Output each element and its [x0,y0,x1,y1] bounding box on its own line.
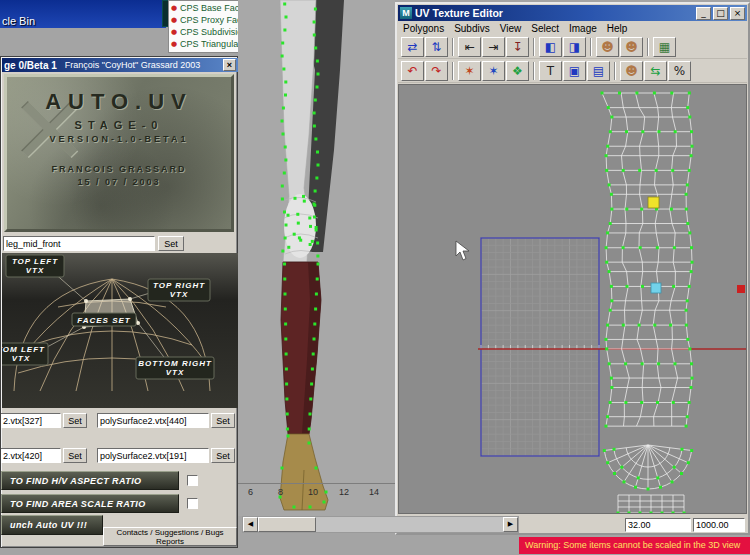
set-name-button[interactable]: Set [158,236,184,251]
move-shell-left-icon[interactable]: ◧ [539,37,562,57]
uv-canvas[interactable] [398,84,747,514]
grid-axis-number: 8 [278,487,283,497]
label-faces-set: FACES SET [72,313,136,326]
uv-snapshot-alt-icon[interactable]: ☻ [620,37,643,57]
align-top-icon[interactable]: T [539,61,562,81]
uv-toolbar-row2: ↶↷✶✶❖T▣▤☻⇆% [398,59,747,83]
flip-u-icon[interactable]: ⇄ [401,37,424,57]
rotate-ccw-icon[interactable]: ↶ [401,61,424,81]
set-top-right-vtx-button[interactable]: Set [211,413,235,428]
toolbar-separator [590,38,592,56]
uv-value-field-2[interactable] [693,518,745,532]
uv-set-name-field[interactable] [3,236,155,251]
layout-h-icon[interactable]: ▣ [563,61,586,81]
ratio-icon[interactable]: % [668,61,691,81]
set-bottom-left-vtx-button[interactable]: Set [63,448,87,463]
scroll-right-button[interactable]: ▶ [503,517,518,532]
toolbar-separator [452,62,454,80]
scroll-left-button[interactable]: ◀ [243,517,258,532]
cut-uv-icon[interactable]: ✶ [458,61,481,81]
leg-model-svg [238,0,395,516]
warning-statusbar: Warning: Some items cannot be scaled in … [519,537,750,554]
toolbar-separator [452,38,454,56]
window-title: UV Texture Editor [415,7,694,19]
menu-select[interactable]: Select [531,23,559,34]
move-shell-right-icon[interactable]: ◨ [563,37,586,57]
launch-autouv-button[interactable]: unch Auto UV !!! [1,515,103,535]
svg-text:TOP RIGHT: TOP RIGHT [153,281,205,290]
menu-help[interactable]: Help [607,23,628,34]
menu-image[interactable]: Image [569,23,597,34]
background-window: cle Bin [0,0,166,28]
grid-axis-number: 12 [339,487,349,497]
scroll-track[interactable] [316,517,503,532]
snap-bottom-icon[interactable]: ↧ [506,37,529,57]
toolbar-separator [533,62,535,80]
bottom-right-vtx-field[interactable] [97,448,209,463]
toolbar-separator [614,62,616,80]
hv-aspect-ratio-checkbox[interactable] [187,475,198,486]
uv-editor-titlebar[interactable]: M UV Texture Editor _ □ × [398,5,747,21]
uv-sphere-diagram: TOP LEFT VTX TOP RIGHT VTX FACES SET TOM… [2,253,238,408]
banner-title: AUTO.UV [7,89,231,115]
grid-toggle-icon[interactable]: ▦ [653,37,676,57]
rotate-cw-icon[interactable]: ↷ [425,61,448,81]
grid-axis-number: 6 [248,487,253,497]
autouv-titlebar[interactable]: ge 0/Beta 1 François "CoyHot" Grassard 2… [2,58,238,72]
warning-text: Warning: Some items cannot be scaled in … [525,540,740,550]
set-bottom-right-vtx-button[interactable]: Set [211,448,235,463]
scroll-thumb[interactable] [258,517,316,532]
snap-left-icon[interactable]: ⇤ [458,37,481,57]
svg-text:VTX: VTX [170,290,189,299]
menu-subdivs[interactable]: Subdivs [454,23,490,34]
label-bottom-right-vtx: BOTTOM RIGHT VTX [136,357,214,379]
svg-text:VTX: VTX [166,368,185,377]
uv-texture-editor-window: M UV Texture Editor _ □ × Polygons Subdi… [395,2,750,535]
top-left-vtx-field[interactable] [1,413,61,428]
autouv-banner: ✕ AUTO.UV STAGE-0 VERSION-1.0-BETA1 FRAN… [4,74,234,232]
recycle-bin-label[interactable]: cle Bin [2,15,35,27]
svg-text:VTX: VTX [26,266,45,275]
top-right-vtx-field[interactable] [97,413,209,428]
banner-stage: STAGE-0 [7,119,231,131]
svg-text:TOP LEFT: TOP LEFT [12,257,58,266]
bottom-left-vtx-field[interactable] [1,448,61,463]
toolbar-separator [533,38,535,56]
cps-item-icon: ● [171,40,177,48]
set-top-left-vtx-button[interactable]: Set [63,413,87,428]
contacts-button[interactable]: Contacts / Suggestions / Bugs Reports [103,527,237,546]
close-button[interactable]: × [730,7,745,20]
autouv-window: ge 0/Beta 1 François "CoyHot" Grassard 2… [0,56,238,548]
cps-item-icon: ● [171,4,177,12]
label-top-left-vtx: TOP LEFT VTX [6,255,64,277]
sew-uv-icon[interactable]: ✶ [482,61,505,81]
face-select-icon[interactable]: ☻ [620,61,643,81]
relax-uv-icon[interactable]: ❖ [506,61,529,81]
horizontal-scrollbar[interactable]: ◀ ▶ [242,516,519,533]
layout-v-icon[interactable]: ▤ [587,61,610,81]
menu-view[interactable]: View [500,23,522,34]
area-scale-ratio-checkbox[interactable] [187,498,198,509]
uv-canvas-svg [399,85,746,513]
maya-icon: M [400,7,412,19]
close-button[interactable]: × [223,59,236,71]
cps-item-icon: ● [171,28,177,36]
flip-v-icon[interactable]: ⇅ [425,37,448,57]
maximize-button[interactable]: □ [713,7,728,20]
find-hv-aspect-ratio-button[interactable]: TO FIND H/V ASPECT RATIO [1,471,179,490]
uv-editor-menubar: Polygons Subdivs View Select Image Help [398,22,747,35]
minimize-button[interactable]: _ [696,7,711,20]
svg-text:TOM LEFT: TOM LEFT [2,345,45,354]
uv-toolbar-row1: ⇄⇅⇤⇥↧◧◨☻☻▦ [398,35,747,59]
cycle-uv-icon[interactable]: ⇆ [644,61,667,81]
find-area-scale-ratio-button[interactable]: TO FIND AREA SCALE RATIO [1,494,179,513]
autouv-title-left: ge 0/Beta 1 [4,60,57,71]
snap-right-icon[interactable]: ⇥ [482,37,505,57]
uv-snapshot-icon[interactable]: ☻ [596,37,619,57]
menu-polygons[interactable]: Polygons [403,23,444,34]
uv-value-field-1[interactable] [625,518,691,532]
banner-author: FRANCOIS GRASSARD [7,164,231,174]
svg-text:FACES SET: FACES SET [77,316,131,325]
cps-item-icon: ● [171,16,177,24]
viewport-3d[interactable]: 6 8 10 12 14 [238,0,395,516]
